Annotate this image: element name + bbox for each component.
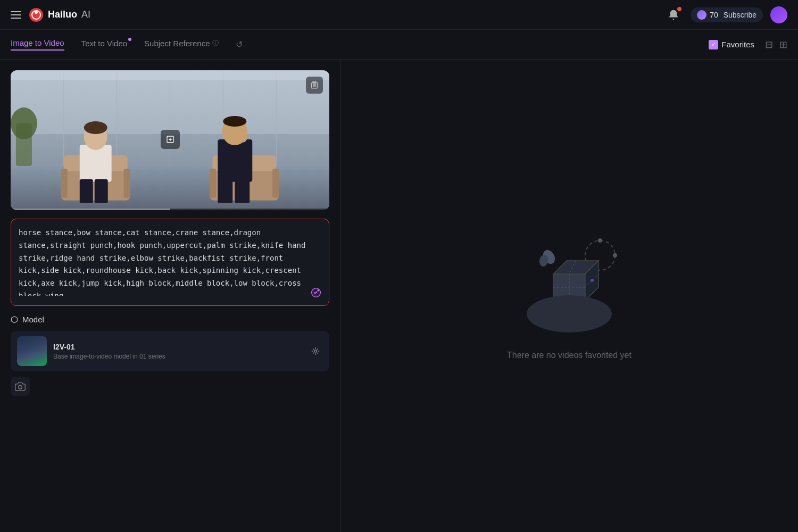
favorites-check-icon: ✓ (709, 40, 718, 49)
model-name: I2V-01 (53, 343, 302, 351)
svg-point-0 (29, 8, 43, 22)
svg-rect-17 (124, 169, 130, 198)
notification-dot (677, 7, 681, 11)
svg-rect-25 (80, 179, 93, 203)
camera-button[interactable] (11, 377, 30, 396)
svg-rect-22 (80, 145, 112, 182)
prompt-footer (309, 285, 323, 300)
model-settings-button[interactable] (308, 344, 323, 359)
logo: Hailuo AI (29, 7, 90, 22)
svg-rect-27 (218, 139, 252, 182)
layout-list-button[interactable]: ⊞ (779, 39, 787, 51)
tab-text-to-video[interactable]: Text to Video (81, 39, 127, 50)
svg-point-29 (223, 116, 246, 127)
svg-point-50 (591, 279, 594, 282)
model-section-title: ⬡ Model (11, 314, 329, 325)
svg-point-24 (84, 121, 107, 134)
layout-buttons: ⊟ ⊞ (765, 39, 787, 51)
svg-point-35 (318, 289, 319, 291)
svg-point-40 (613, 253, 617, 257)
subscribe-label: Subscribe (724, 11, 757, 19)
header-right: 70 Subscribe (664, 5, 787, 24)
header-left: Hailuo AI (11, 7, 90, 22)
svg-point-37 (19, 385, 22, 389)
credits-count: 70 (710, 11, 718, 19)
cube-icon: ⬡ (11, 314, 18, 325)
empty-illustration (516, 231, 622, 338)
delete-image-button[interactable] (306, 77, 323, 94)
svg-point-30 (236, 134, 247, 143)
notification-button[interactable] (664, 5, 683, 24)
app-header: Hailuo AI 70 Subscribe (0, 0, 798, 30)
new-feature-dot (128, 38, 131, 41)
svg-rect-32 (235, 179, 250, 203)
model-card[interactable]: I2V-01 Base image-to-video model in 01 s… (11, 331, 329, 371)
svg-rect-20 (210, 169, 216, 198)
layout-grid-button[interactable]: ⊟ (765, 39, 773, 51)
tab-subject-reference[interactable]: Subject Reference ⓘ (144, 39, 218, 50)
prompt-area: horse stance,bow stance,cat stance,crane… (11, 219, 329, 306)
svg-point-36 (314, 350, 317, 352)
logo-icon (29, 7, 44, 22)
svg-point-39 (598, 238, 602, 243)
favorites-button[interactable]: ✓ Favorites (709, 40, 754, 49)
right-panel: There are no videos favorited yet (340, 60, 798, 532)
svg-rect-31 (218, 179, 232, 203)
model-info: I2V-01 Base image-to-video model in 01 s… (53, 343, 302, 360)
tab-image-to-video[interactable]: Image to Video (11, 38, 64, 51)
empty-state: There are no videos favorited yet (507, 231, 631, 360)
empty-state-text: There are no videos favorited yet (507, 351, 631, 360)
logo-brand: Hailuo (48, 9, 77, 20)
svg-rect-26 (95, 179, 108, 203)
left-panel: horse stance,bow stance,cat stance,crane… (0, 60, 340, 532)
avatar[interactable] (770, 6, 787, 23)
menu-button[interactable] (11, 11, 21, 19)
svg-rect-21 (272, 169, 279, 198)
model-thumbnail (17, 336, 47, 366)
info-icon: ⓘ (212, 39, 219, 48)
model-description: Base image-to-video model in 01 series (53, 353, 302, 360)
credits-icon (697, 10, 706, 20)
image-progress-bar (11, 209, 329, 210)
svg-rect-11 (11, 70, 329, 80)
nav-tabs: Image to Video Text to Video Subject Ref… (0, 30, 798, 60)
ai-enhance-button[interactable] (309, 285, 323, 300)
credits-button[interactable]: 70 Subscribe (691, 7, 763, 22)
svg-point-13 (11, 107, 37, 139)
logo-sub: AI (81, 9, 90, 20)
uploaded-image (11, 70, 329, 209)
svg-rect-16 (61, 169, 68, 198)
main-content: horse stance,bow stance,cat stance,crane… (0, 60, 798, 532)
prompt-input[interactable]: horse stance,bow stance,cat stance,crane… (19, 227, 321, 296)
svg-point-2 (35, 11, 38, 14)
image-overlay-icon (161, 130, 180, 149)
image-upload-area[interactable] (11, 70, 329, 210)
svg-rect-4 (11, 166, 329, 209)
nav-right: ✓ Favorites ⊟ ⊞ (709, 39, 787, 51)
refresh-button[interactable]: ↺ (236, 39, 243, 49)
